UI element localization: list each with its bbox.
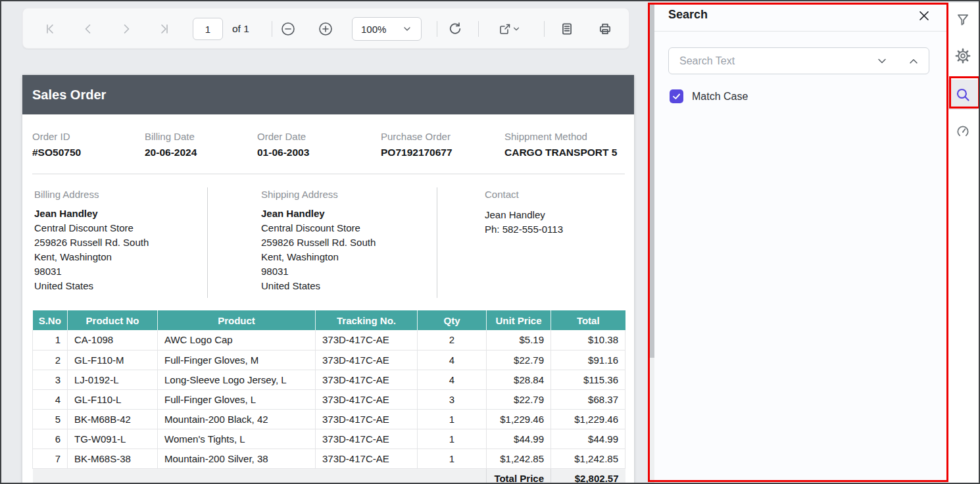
total-price-label: Total Price	[487, 468, 551, 484]
table-cell: TG-W091-L	[68, 429, 158, 448]
meta-value: 01-06-2003	[257, 147, 309, 158]
sidebar-item-parameters[interactable]	[950, 7, 976, 33]
toolbar-separator	[478, 21, 479, 37]
table-cell: $5.19	[487, 330, 551, 350]
meta-value: #SO50750	[32, 147, 81, 158]
print-icon	[598, 22, 612, 36]
page-number-input[interactable]	[193, 18, 223, 40]
meta-value: 20-06-2024	[145, 147, 197, 158]
divider	[437, 187, 437, 298]
previous-page-button[interactable]	[76, 17, 100, 41]
order-items-table: S.NoProduct NoProductTracking No.QtyUnit…	[32, 310, 625, 484]
report-viewer-window: of 1 100%	[0, 0, 980, 484]
refresh-icon	[448, 22, 462, 36]
search-icon	[955, 87, 971, 103]
order-table-body: 1CA-1098AWC Logo Cap373D-417C-AE2$5.19$1…	[33, 330, 625, 468]
chevron-down-icon	[876, 55, 888, 67]
billing-address-line: 259826 Russell Rd. South	[34, 237, 149, 248]
table-cell: BK-M68B-42	[68, 409, 158, 429]
table-row: 1CA-1098AWC Logo Cap373D-417C-AE2$5.19$1…	[33, 330, 625, 350]
meta-label: Order Date	[257, 131, 306, 142]
table-row: 7BK-M68S-38Mountain-200 Silver, 38373D-4…	[33, 448, 625, 468]
table-cell: $1,242.85	[487, 448, 551, 468]
table-cell: 373D-417C-AE	[316, 448, 418, 468]
meta-value: PO7192170677	[381, 147, 453, 158]
table-footer-row: Total Price $2,802.57	[33, 468, 625, 484]
close-search-panel-button[interactable]	[915, 7, 933, 25]
table-cell: 1	[418, 448, 487, 468]
billing-address-line: United States	[34, 280, 93, 291]
page-view-button[interactable]	[555, 17, 579, 41]
table-header-row: S.NoProduct NoProductTracking No.QtyUnit…	[33, 310, 625, 330]
table-cell: AWC Logo Cap	[158, 330, 316, 350]
viewer-toolbar: of 1 100%	[22, 8, 629, 49]
table-header-cell: Qty	[418, 310, 487, 330]
table-cell: $44.99	[551, 429, 625, 448]
zoom-in-button[interactable]	[314, 17, 337, 41]
table-cell: $22.79	[487, 389, 551, 409]
billing-address-line: Kent, Washington	[34, 251, 112, 262]
sidebar-item-settings[interactable]	[950, 43, 976, 69]
table-cell: $44.99	[487, 429, 551, 448]
table-row: 2GL-F110-MFull-Finger Gloves, M373D-417C…	[33, 350, 625, 370]
meta-value: CARGO TRANSPORT 5	[504, 147, 617, 158]
table-cell: 2	[33, 350, 68, 370]
table-cell: Mountain-200 Black, 42	[158, 409, 316, 429]
table-cell: Full-Finger Gloves, M	[158, 350, 316, 370]
zoom-out-icon	[280, 21, 296, 37]
total-price-value: $2,802.57	[551, 468, 625, 484]
next-page-button[interactable]	[114, 17, 138, 41]
print-button[interactable]	[593, 17, 617, 41]
table-cell: Women's Tights, L	[158, 429, 316, 448]
table-header-cell: Total	[551, 310, 625, 330]
toolbar-separator	[272, 21, 272, 37]
right-sidebar	[946, 3, 980, 484]
scrollbar-thumb[interactable]	[649, 3, 654, 358]
billing-address-line: Central Discount Store	[34, 222, 134, 233]
shipping-address-label: Shipping Address	[261, 189, 338, 200]
shipping-address-line: Kent, Washington	[261, 251, 339, 262]
table-cell: Long-Sleeve Logo Jersey, L	[158, 370, 316, 389]
vertical-scrollbar[interactable]	[649, 3, 654, 483]
refresh-button[interactable]	[443, 17, 467, 41]
zoom-out-button[interactable]	[276, 17, 300, 41]
chevron-down-icon	[512, 24, 521, 34]
page-count-label: of 1	[232, 9, 249, 49]
first-page-icon	[43, 22, 57, 36]
match-case-checkbox[interactable]	[670, 89, 683, 103]
meta-label: Shippment Method	[504, 131, 587, 142]
chevron-left-icon	[82, 22, 95, 36]
table-cell: 373D-417C-AE	[316, 330, 418, 350]
table-cell: LJ-0192-L	[68, 370, 158, 389]
table-header-cell: Product	[158, 310, 316, 330]
search-panel: Search Match Case	[654, 3, 946, 483]
table-cell: BK-M68S-38	[68, 448, 158, 468]
chevron-down-icon	[402, 24, 412, 34]
export-button[interactable]	[493, 17, 527, 41]
table-cell: 373D-417C-AE	[316, 389, 418, 409]
meta-label: Order ID	[32, 131, 70, 142]
shipping-address-name: Jean Handley	[261, 208, 325, 219]
last-page-button[interactable]	[153, 17, 176, 41]
sidebar-item-performance[interactable]	[950, 118, 976, 145]
zoom-level-dropdown[interactable]: 100%	[352, 17, 422, 41]
search-previous-button[interactable]	[906, 53, 921, 69]
divider	[32, 174, 625, 174]
search-next-button[interactable]	[874, 53, 890, 69]
table-cell: 373D-417C-AE	[316, 429, 418, 448]
sidebar-item-search[interactable]	[948, 80, 977, 110]
match-case-label: Match Case	[692, 91, 748, 103]
table-cell: $91.16	[551, 350, 625, 370]
table-cell: $1,242.85	[551, 448, 625, 468]
table-cell: 1	[418, 429, 487, 448]
table-cell: $22.79	[487, 350, 551, 370]
meta-label: Purchase Order	[381, 131, 451, 142]
first-page-button[interactable]	[38, 17, 62, 41]
toolbar-separator	[544, 21, 545, 37]
billing-address-label: Billing Address	[34, 189, 99, 200]
table-cell: 7	[33, 448, 68, 468]
table-cell: Full-Finger Gloves, L	[158, 389, 316, 409]
table-cell: $28.84	[487, 370, 551, 389]
export-icon	[499, 22, 512, 36]
table-cell: Mountain-200 Silver, 38	[158, 448, 316, 468]
